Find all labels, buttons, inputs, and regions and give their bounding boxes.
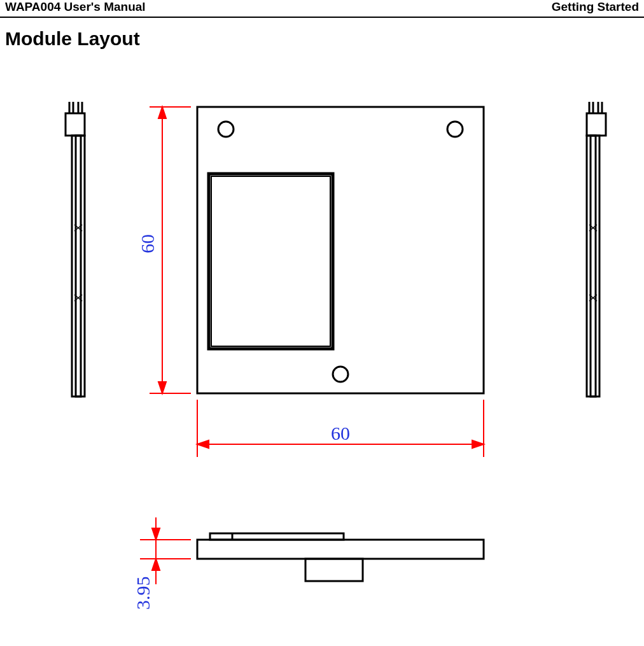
header-right: Getting Started xyxy=(552,0,639,14)
svg-point-35 xyxy=(333,367,348,382)
svg-marker-41 xyxy=(152,528,160,540)
svg-rect-36 xyxy=(209,174,333,349)
svg-rect-15 xyxy=(587,113,606,136)
svg-marker-30 xyxy=(197,440,209,448)
dim-thickness: 3.95 xyxy=(132,577,153,610)
svg-rect-6 xyxy=(76,136,81,397)
svg-rect-17 xyxy=(591,136,596,397)
section-title: Module Layout xyxy=(0,18,644,50)
svg-rect-4 xyxy=(66,113,85,136)
svg-rect-37 xyxy=(211,176,330,346)
svg-marker-31 xyxy=(472,440,484,448)
svg-marker-26 xyxy=(158,382,166,393)
page-header: WAPA004 User's Manual Getting Started xyxy=(0,0,644,18)
svg-rect-5 xyxy=(72,136,85,397)
technical-drawing: 60 60 3.95 xyxy=(0,50,644,622)
dim-height: 60 xyxy=(137,234,158,253)
header-left: WAPA004 User's Manual xyxy=(5,0,146,14)
svg-point-34 xyxy=(447,122,463,137)
svg-rect-45 xyxy=(210,533,344,540)
svg-marker-42 xyxy=(152,559,160,570)
dim-width: 60 xyxy=(331,423,350,444)
svg-marker-25 xyxy=(158,107,166,118)
svg-rect-16 xyxy=(587,136,599,397)
svg-rect-44 xyxy=(305,559,363,581)
svg-rect-43 xyxy=(197,540,484,559)
svg-point-33 xyxy=(218,122,234,137)
